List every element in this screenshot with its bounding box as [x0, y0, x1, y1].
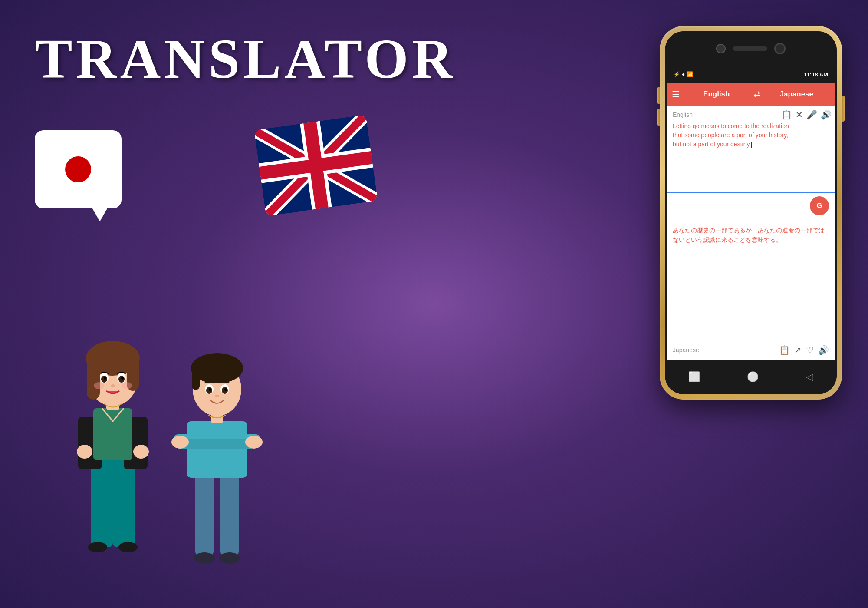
male-char-svg	[161, 304, 273, 599]
uk-bubble-body	[254, 115, 378, 216]
translate-icon: G	[817, 202, 822, 210]
phone-screen: ⚡ ● 📶 11:18 AM ☰ English ⇄ Japanese Engl…	[667, 66, 835, 360]
svg-point-51	[215, 395, 219, 397]
svg-point-30	[133, 445, 149, 459]
swap-languages-icon[interactable]: ⇄	[753, 89, 760, 99]
female-character	[52, 287, 174, 599]
phone-camera-right	[774, 43, 786, 54]
wifi-icon: 📶	[687, 71, 693, 77]
phone-speaker	[733, 46, 767, 51]
home-nav-icon[interactable]: ⚪	[747, 371, 759, 383]
app-header: ☰ English ⇄ Japanese	[667, 83, 835, 106]
recents-nav-icon[interactable]: ◁	[806, 371, 813, 383]
hamburger-icon[interactable]: ☰	[672, 89, 680, 99]
target-language-label[interactable]: Japanese	[763, 90, 830, 99]
svg-rect-44	[192, 368, 200, 390]
svg-point-53	[219, 552, 240, 564]
input-text[interactable]: Letting go means to come to the realizat…	[673, 122, 829, 149]
svg-point-24	[104, 377, 106, 380]
volume-up-button[interactable]	[657, 87, 660, 104]
svg-rect-14	[93, 408, 132, 460]
output-language-label: Japanese	[673, 347, 699, 354]
phone-container: ⚡ ● 📶 11:18 AM ☰ English ⇄ Japanese Engl…	[660, 26, 842, 400]
phone-outer: ⚡ ● 📶 11:18 AM ☰ English ⇄ Japanese Engl…	[660, 26, 842, 400]
svg-point-40	[245, 436, 263, 449]
microphone-icon[interactable]: 🎤	[806, 109, 817, 120]
phone-camera-area	[665, 31, 837, 66]
output-text: あなたの歴史の一部であるが、あなたの運命の一部ではないという認識に来ることを意味…	[673, 225, 829, 245]
source-language-label[interactable]: English	[683, 90, 750, 99]
male-character	[161, 304, 273, 599]
female-char-svg	[52, 287, 174, 599]
japan-bubble-body	[35, 130, 122, 208]
svg-point-25	[121, 377, 124, 380]
uk-speech-bubble	[254, 114, 384, 229]
japan-flag-circle	[65, 156, 91, 182]
app-title: TRANSLATOR	[35, 26, 456, 91]
back-nav-icon[interactable]: ⬜	[688, 371, 700, 383]
share-icon[interactable]: ↗	[794, 345, 802, 355]
copy-output-icon[interactable]: 📋	[779, 345, 790, 355]
svg-point-27	[94, 382, 104, 389]
uk-flag	[254, 115, 378, 216]
favorite-icon[interactable]: ♡	[806, 345, 814, 355]
translate-button-area: G	[667, 193, 835, 219]
japan-flag	[50, 150, 106, 189]
phone-nav: ⬜ ⚪ ◁	[665, 360, 837, 394]
listen-output-icon[interactable]: 🔊	[818, 345, 829, 355]
power-button[interactable]	[842, 96, 845, 122]
front-camera	[716, 44, 726, 53]
output-icons: 📋 ↗ ♡ 🔊	[779, 345, 829, 355]
svg-point-26	[111, 384, 115, 387]
svg-point-39	[171, 436, 189, 449]
output-actions-bar: Japanese 📋 ↗ ♡ 🔊	[667, 340, 835, 360]
svg-point-31	[88, 542, 107, 552]
svg-point-28	[122, 382, 132, 389]
japan-bubble-tail	[91, 206, 108, 221]
svg-point-52	[194, 552, 215, 564]
status-time: 11:18 AM	[803, 71, 828, 78]
input-text-content: Letting go means to come to the realizat…	[673, 122, 789, 148]
phone-inner: ⚡ ● 📶 11:18 AM ☰ English ⇄ Japanese Engl…	[665, 31, 837, 394]
status-bar: ⚡ ● 📶 11:18 AM	[667, 66, 835, 83]
clipboard-icon[interactable]: 📋	[781, 109, 792, 120]
svg-rect-33	[195, 469, 214, 556]
text-cursor	[751, 142, 752, 148]
input-area: English 📋 ✕ 🎤 🔊 Letting go means to come…	[667, 106, 835, 193]
svg-point-32	[118, 542, 138, 552]
data-icon: ●	[682, 71, 685, 77]
svg-point-29	[77, 445, 92, 459]
japan-speech-bubble	[35, 130, 130, 217]
input-actions: 📋 ✕ 🎤 🔊	[781, 109, 832, 120]
translate-button[interactable]: G	[810, 196, 829, 215]
status-icons-left: ⚡ ● 📶	[674, 71, 693, 77]
output-area: あなたの歴史の一部であるが、あなたの運命の一部ではないという認識に来ることを意味…	[667, 219, 835, 306]
listen-icon[interactable]: 🔊	[821, 109, 832, 120]
usb-icon: ⚡	[674, 71, 680, 77]
svg-rect-34	[220, 469, 239, 556]
svg-point-49	[209, 388, 211, 391]
svg-point-50	[224, 388, 227, 391]
svg-rect-18	[87, 356, 100, 400]
volume-down-button[interactable]	[657, 109, 660, 126]
clear-icon[interactable]: ✕	[796, 109, 803, 120]
